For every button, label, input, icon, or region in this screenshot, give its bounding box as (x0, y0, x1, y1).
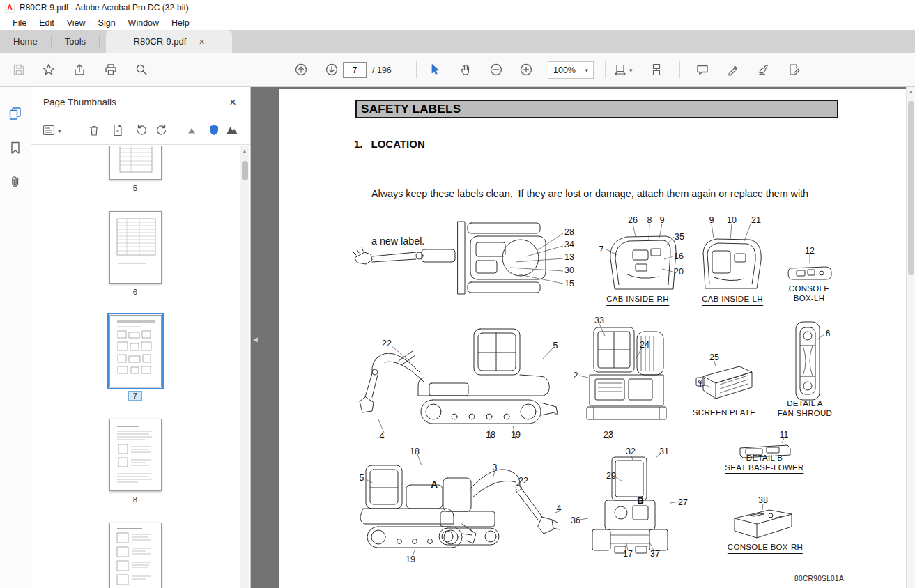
thumbnail-list: 5 6 7 8 (31, 146, 239, 588)
menu-view[interactable]: View (61, 17, 92, 29)
figure-caption: SCREEN PLATE (693, 408, 755, 419)
enlarge-thumbnails-button[interactable] (224, 123, 240, 138)
figure-callout: 7 (599, 245, 604, 254)
rotate-left-button[interactable] (134, 123, 149, 138)
comment-button[interactable] (694, 61, 711, 78)
figure-caption: DETAIL BSEAT BASE-LOWER (725, 454, 803, 474)
page-scrolling-button[interactable] (648, 61, 665, 78)
menu-sign[interactable]: Sign (92, 17, 122, 29)
page-thumbnails-icon (8, 106, 23, 121)
tab-home[interactable]: Home (0, 30, 51, 53)
highlight-button[interactable] (725, 61, 741, 78)
favorite-star-button[interactable] (40, 61, 57, 78)
zoom-level-value: 100% (553, 65, 576, 75)
protection-button[interactable] (206, 123, 222, 138)
figure-callout: 26 (628, 215, 638, 225)
zoom-level-dropdown[interactable]: 100% ▾ (548, 61, 594, 79)
menu-file[interactable]: File (6, 17, 33, 29)
page-thumbnail-5[interactable]: 5 (109, 146, 162, 192)
figure-caption: CAB INSIDE-LH (702, 295, 763, 306)
figure-callout: 20 (674, 267, 684, 277)
print-icon (104, 63, 118, 77)
page-thumbnail-6[interactable]: 6 (109, 211, 162, 296)
document-pen-icon (787, 63, 801, 77)
insert-pages-button[interactable] (110, 123, 125, 138)
previous-page-button[interactable] (293, 61, 309, 78)
page-fit-button[interactable] (612, 61, 629, 78)
hand-tool-button[interactable] (457, 61, 474, 78)
figure-callout: 23 (603, 430, 613, 440)
toolbar-divider (605, 61, 606, 78)
scrollbar-thumb[interactable] (242, 161, 248, 180)
menu-window[interactable]: Window (122, 17, 165, 29)
bookmark-icon (8, 140, 23, 155)
panel-collapse-button[interactable]: ◄ (252, 335, 259, 343)
page-thumbnails-panel: Page Thumbnails × ▾ (31, 87, 251, 588)
attachments-rail-button[interactable] (7, 173, 24, 190)
figure-callout: 35 (675, 232, 684, 242)
figure-callout: 30 (564, 265, 574, 275)
thumbnail-options-button[interactable] (41, 123, 56, 138)
figure-callout: 4 (380, 431, 385, 441)
tab-document-label: R80CR-9.pdf (134, 36, 187, 47)
thumbnail-image (109, 523, 162, 588)
reduce-thumbnails-button[interactable] (185, 123, 201, 138)
paperclip-icon (8, 174, 23, 189)
figure-callout: 37 (650, 549, 660, 559)
delete-pages-button[interactable] (86, 123, 102, 138)
figure-callout: 17 (623, 549, 633, 559)
figure-callout: 1 (698, 380, 703, 389)
figure-callout: 18 (410, 447, 420, 456)
figure-callout: 25 (709, 353, 719, 362)
chevron-down-icon[interactable]: ▾ (629, 67, 633, 74)
chevron-down-icon: ▾ (585, 67, 588, 74)
pointer-icon (427, 63, 441, 77)
scroll-up-icon[interactable]: ▲ (907, 89, 915, 94)
chevron-down-icon[interactable]: ▾ (58, 127, 61, 134)
next-page-button[interactable] (323, 61, 340, 78)
figure-callout: 10 (727, 215, 737, 225)
figure-callout: 9 (709, 215, 714, 225)
scroll-up-icon[interactable]: ▲ (240, 148, 249, 153)
hand-icon (459, 63, 472, 77)
bookmarks-rail-button[interactable] (7, 139, 24, 156)
page-thumbnail-8[interactable]: 8 (109, 419, 162, 504)
page-thumbnail-7-selected[interactable]: 7 (109, 315, 162, 400)
save-icon (12, 63, 26, 77)
document-scrollbar[interactable]: ▲ (906, 87, 915, 588)
print-button[interactable] (102, 61, 119, 78)
menu-help[interactable]: Help (165, 17, 196, 29)
page-down-icon (325, 63, 339, 77)
scrollbar-thumb[interactable] (908, 101, 914, 275)
save-button[interactable] (10, 61, 27, 78)
star-icon (42, 63, 56, 77)
find-button[interactable] (133, 61, 150, 78)
fill-sign-button[interactable] (786, 61, 803, 78)
tab-document[interactable]: R80CR-9.pdf × (106, 30, 232, 53)
thumbnail-page-number: 8 (109, 495, 162, 504)
select-tool-button[interactable] (426, 61, 443, 78)
menu-edit[interactable]: Edit (33, 17, 61, 29)
share-button[interactable] (71, 61, 88, 78)
panel-close-icon[interactable]: × (229, 96, 236, 108)
magnifier-icon (134, 63, 148, 77)
tab-close-icon[interactable]: × (199, 36, 204, 47)
figure-callout: 33 (594, 316, 604, 325)
ink-sign-button[interactable] (755, 61, 771, 78)
zoom-out-button[interactable] (488, 61, 505, 78)
rotate-right-button[interactable] (154, 123, 169, 138)
thumbnails-rail-button[interactable] (7, 105, 24, 122)
zoom-in-button[interactable] (518, 61, 535, 78)
rotate-clockwise-icon (155, 123, 169, 137)
page-thumbnail-9[interactable] (109, 523, 162, 588)
figure-callout: 38 (758, 495, 768, 505)
pdf-page: SAFETY LABELS 1.LOCATION Always keep the… (279, 89, 915, 588)
speech-bubble-icon (695, 63, 709, 77)
panel-toolbar: ▾ (31, 116, 250, 145)
toolbar-divider (416, 61, 417, 78)
tab-tools[interactable]: Tools (52, 30, 99, 53)
page-number-input[interactable] (343, 62, 367, 78)
panel-scrollbar[interactable]: ▲ (240, 146, 249, 588)
figure-caption: CAB INSIDE-RH (606, 295, 669, 306)
figure-callout: 6 (826, 329, 831, 339)
